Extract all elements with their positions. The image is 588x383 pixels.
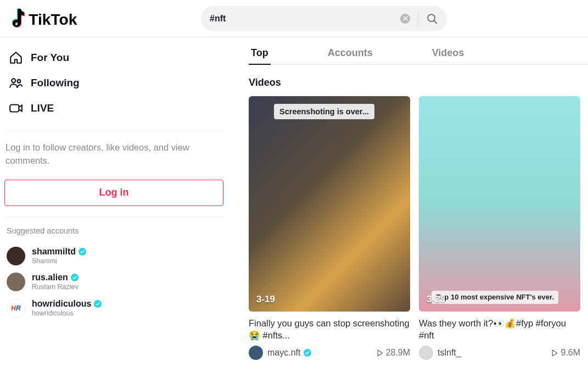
sidebar: For You Following LIVE Log in to follow … [0, 37, 228, 360]
account-displayname: howridiculous [32, 309, 102, 318]
avatar[interactable] [419, 346, 433, 360]
account-username: rus.alien [32, 272, 79, 283]
nav-live[interactable]: LIVE [4, 96, 223, 121]
video-overlay-text: Screenshoting is over... [274, 104, 374, 119]
clear-icon[interactable] [400, 14, 410, 24]
svg-point-8 [304, 349, 311, 357]
suggested-account[interactable]: shammiltd Shammi [4, 243, 223, 269]
tab-videos[interactable]: Videos [430, 47, 467, 64]
account-displayname: Rustam Raziev [32, 283, 79, 292]
nav-label: LIVE [31, 102, 54, 114]
search-divider [418, 11, 418, 26]
login-prompt: Log in to follow creators, like videos, … [4, 141, 223, 168]
logo[interactable]: TikTok [9, 8, 91, 30]
people-icon [8, 76, 24, 90]
play-count: 9.6M [551, 348, 580, 358]
tab-accounts[interactable]: Accounts [326, 47, 375, 64]
svg-point-6 [71, 274, 79, 281]
avatar [7, 247, 25, 265]
video-card[interactable]: Top 10 most expensive NFT's ever. 3-28 W… [419, 96, 580, 360]
login-button[interactable]: Log in [4, 180, 223, 206]
svg-point-5 [79, 248, 86, 256]
video-thumbnail[interactable]: Screenshoting is over... 3-19 [249, 96, 410, 312]
search-icon[interactable] [426, 13, 438, 25]
play-count: 28.9M [377, 348, 410, 358]
video-overlay-text: Top 10 most expensive NFT's ever. [432, 291, 558, 304]
play-icon [551, 349, 558, 357]
svg-rect-4 [10, 105, 19, 112]
suggested-account[interactable]: HR howridiculous howridiculous [4, 295, 223, 321]
account-displayname: Shammi [32, 257, 86, 266]
nav-label: Following [31, 77, 80, 89]
account-username: howridiculous [32, 298, 102, 309]
header: TikTok [0, 0, 588, 37]
suggested-account[interactable]: rus.alien Rustam Raziev [4, 269, 223, 295]
verified-icon [94, 300, 102, 308]
verified-icon [79, 248, 86, 256]
video-card[interactable]: Screenshoting is over... 3-19 Finally yo… [249, 96, 410, 360]
video-author[interactable]: tslnft_ [438, 348, 461, 358]
tab-top[interactable]: Top [249, 47, 271, 64]
main: Top Accounts Videos Videos Screenshoting… [228, 37, 588, 360]
video-author[interactable]: mayc.nft [267, 348, 311, 358]
video-thumbnail[interactable]: Top 10 most expensive NFT's ever. 3-28 [419, 96, 580, 312]
divider [4, 216, 223, 217]
video-date: 3-19 [256, 294, 275, 305]
video-grid: Screenshoting is over... 3-19 Finally yo… [249, 96, 588, 360]
account-username: shammiltd [32, 246, 86, 257]
section-title: Videos [249, 77, 588, 88]
verified-icon [304, 349, 311, 357]
suggested-title: Suggested accounts [4, 226, 223, 235]
video-caption: Was they worth it?👀💰#fyp #foryou #nft [419, 317, 580, 341]
svg-point-7 [94, 300, 102, 308]
search-tabs: Top Accounts Videos [249, 47, 588, 65]
verified-icon [71, 274, 79, 281]
svg-point-2 [12, 79, 15, 82]
nav-label: For You [31, 52, 69, 64]
live-icon [8, 101, 24, 115]
video-meta: tslnft_ 9.6M [419, 346, 580, 360]
divider [4, 131, 223, 131]
play-icon [377, 349, 384, 357]
video-caption: Finally you guys can stop screenshoting … [249, 317, 410, 341]
nav-following[interactable]: Following [4, 70, 223, 96]
home-icon [8, 51, 24, 65]
video-date: 3-28 [427, 294, 445, 305]
avatar: HR [7, 299, 25, 318]
search-input[interactable] [210, 14, 400, 24]
avatar[interactable] [249, 346, 263, 360]
svg-text:TikTok: TikTok [29, 10, 77, 27]
avatar [7, 273, 25, 291]
svg-point-3 [18, 80, 21, 83]
video-meta: mayc.nft 28.9M [249, 346, 410, 360]
nav-for-you[interactable]: For You [4, 45, 223, 70]
search-box [201, 6, 447, 31]
